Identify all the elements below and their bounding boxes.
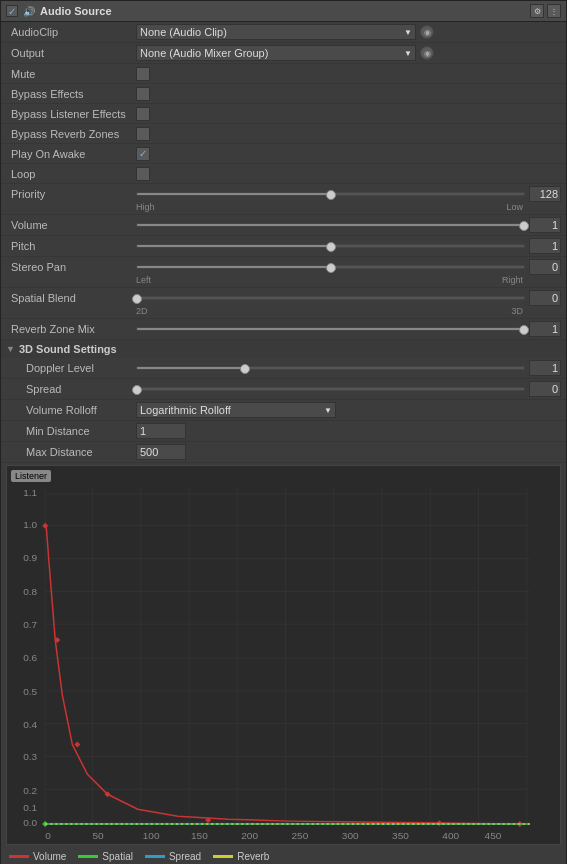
output-dropdown[interactable]: None (Audio Mixer Group) ▼ [136, 45, 416, 61]
audioclip-pick-btn[interactable]: ◉ [420, 25, 434, 39]
output-value: None (Audio Mixer Group) ▼ ◉ [136, 45, 561, 61]
spread-slider[interactable] [136, 387, 525, 391]
priority-slider-container: 128 [136, 186, 561, 202]
svg-text:300: 300 [342, 830, 359, 841]
svg-text:400: 400 [442, 830, 459, 841]
legend-spread: Spread [145, 851, 201, 862]
reverb-zone-slider-container: 1 [136, 321, 561, 337]
pitch-slider[interactable] [136, 244, 525, 248]
loop-row: Loop [1, 164, 566, 184]
panel-title: Audio Source [40, 5, 112, 17]
legend-reverb: Reverb [213, 851, 269, 862]
panel-icon: 🔊 [23, 6, 35, 17]
bypass-reverb-value [136, 127, 561, 141]
audioclip-dropdown[interactable]: None (Audio Clip) ▼ [136, 24, 416, 40]
max-distance-row: Max Distance [1, 442, 566, 463]
svg-text:0.3: 0.3 [23, 751, 37, 762]
bypass-listener-label: Bypass Listener Effects [6, 108, 136, 120]
bypass-reverb-row: Bypass Reverb Zones [1, 124, 566, 144]
bypass-listener-value [136, 107, 561, 121]
stereo-pan-slider[interactable] [136, 265, 525, 269]
stereo-left-label: Left [136, 275, 151, 285]
audioclip-value: None (Audio Clip) ▼ ◉ [136, 24, 561, 40]
max-distance-value [136, 444, 561, 460]
rolloff-dropdown[interactable]: Logarithmic Rolloff ▼ [136, 402, 336, 418]
svg-text:100: 100 [143, 830, 160, 841]
section-arrow: ▼ [6, 344, 15, 354]
volume-value[interactable]: 1 [529, 217, 561, 233]
mute-checkbox[interactable] [136, 67, 150, 81]
pitch-value[interactable]: 1 [529, 238, 561, 254]
legend-spatial-label: Spatial [102, 851, 133, 862]
max-distance-input[interactable] [136, 444, 186, 460]
stereo-pan-value[interactable]: 0 [529, 259, 561, 275]
sound-settings-label: 3D Sound Settings [19, 343, 117, 355]
loop-value [136, 167, 561, 181]
spatial-blend-value[interactable]: 0 [529, 290, 561, 306]
svg-text:200: 200 [241, 830, 258, 841]
priority-row: Priority 128 High Low [1, 184, 566, 215]
legend-reverb-label: Reverb [237, 851, 269, 862]
doppler-label: Doppler Level [6, 362, 136, 374]
more-icon[interactable]: ⋮ [547, 4, 561, 18]
bypass-effects-row: Bypass Effects [1, 84, 566, 104]
audio-source-panel: 🔊 Audio Source ⚙ ⋮ AudioClip None (Audio… [0, 0, 567, 864]
output-label: Output [6, 47, 136, 59]
stereo-pan-slider-container: 0 [136, 259, 561, 275]
settings-icon[interactable]: ⚙ [530, 4, 544, 18]
volume-slider[interactable] [136, 223, 525, 227]
spatial-2d-label: 2D [136, 306, 148, 316]
spatial-blend-slider-container: 0 [136, 290, 561, 306]
loop-label: Loop [6, 168, 136, 180]
bypass-listener-checkbox[interactable] [136, 107, 150, 121]
svg-text:0.5: 0.5 [23, 686, 37, 697]
doppler-slider[interactable] [136, 366, 525, 370]
volume-row: Volume 1 [1, 215, 566, 236]
svg-rect-0 [7, 466, 560, 844]
panel-header: 🔊 Audio Source ⚙ ⋮ [1, 1, 566, 22]
priority-slider[interactable] [136, 192, 525, 196]
priority-value[interactable]: 128 [529, 186, 561, 202]
max-distance-label: Max Distance [6, 446, 136, 458]
bypass-effects-value [136, 87, 561, 101]
svg-text:50: 50 [92, 830, 104, 841]
reverb-zone-slider[interactable] [136, 327, 525, 331]
spread-value[interactable]: 0 [529, 381, 561, 397]
rolloff-chart: Listener 1.1 1.0 0.9 0.8 0.7 0.6 0.5 0.4… [6, 465, 561, 845]
doppler-row: Doppler Level 1 [1, 358, 566, 379]
loop-checkbox[interactable] [136, 167, 150, 181]
play-on-awake-label: Play On Awake [6, 148, 136, 160]
pitch-label: Pitch [6, 240, 136, 252]
reverb-zone-row: Reverb Zone Mix 1 [1, 319, 566, 340]
play-on-awake-value [136, 147, 561, 161]
spatial-color-swatch [78, 855, 98, 858]
spread-row: Spread 0 [1, 379, 566, 400]
bypass-reverb-checkbox[interactable] [136, 127, 150, 141]
bypass-effects-checkbox[interactable] [136, 87, 150, 101]
spatial-blend-row: Spatial Blend 0 2D 3D [1, 288, 566, 319]
output-pick-btn[interactable]: ◉ [420, 46, 434, 60]
spatial-blend-slider[interactable] [136, 296, 525, 300]
svg-text:0.6: 0.6 [23, 652, 37, 663]
mute-value [136, 67, 561, 81]
panel-enabled-checkbox[interactable] [6, 5, 18, 17]
audioclip-row: AudioClip None (Audio Clip) ▼ ◉ [1, 22, 566, 43]
sound-settings-header[interactable]: ▼ 3D Sound Settings [1, 340, 566, 358]
rolloff-arrow: ▼ [324, 406, 332, 415]
priority-high-label: High [136, 202, 155, 212]
min-distance-value [136, 423, 561, 439]
svg-text:0.8: 0.8 [23, 586, 37, 597]
dropdown-arrow: ▼ [404, 28, 412, 37]
listener-label: Listener [11, 470, 51, 482]
svg-text:350: 350 [392, 830, 409, 841]
bypass-effects-label: Bypass Effects [6, 88, 136, 100]
svg-text:150: 150 [191, 830, 208, 841]
spread-label: Spread [6, 383, 136, 395]
stereo-right-label: Right [502, 275, 523, 285]
doppler-value[interactable]: 1 [529, 360, 561, 376]
volume-rolloff-label: Volume Rolloff [6, 404, 136, 416]
min-distance-input[interactable] [136, 423, 186, 439]
reverb-zone-label: Reverb Zone Mix [6, 323, 136, 335]
play-on-awake-checkbox[interactable] [136, 147, 150, 161]
reverb-zone-value[interactable]: 1 [529, 321, 561, 337]
